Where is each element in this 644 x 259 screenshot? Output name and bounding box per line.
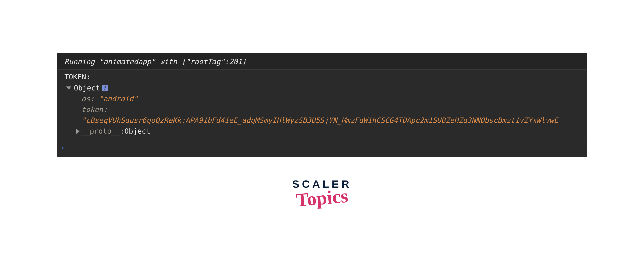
disclosure-right-icon[interactable] xyxy=(76,129,80,134)
object-header[interactable]: Object i xyxy=(64,83,580,93)
proto-value: Object xyxy=(124,126,150,137)
logo-line-2: Topics xyxy=(295,185,349,211)
scaler-topics-logo: SCALER Topics xyxy=(292,178,352,209)
prop-key: os: xyxy=(82,95,99,103)
prop-value: "android" xyxy=(99,95,138,103)
prompt-caret-icon: › xyxy=(60,144,65,151)
console-prompt-row[interactable]: › xyxy=(57,139,587,157)
object-label: Object xyxy=(74,83,100,93)
console-log-line: Running "animatedapp" with {"rootTag":20… xyxy=(57,53,587,70)
disclosure-down-icon[interactable] xyxy=(66,86,71,90)
object-proto[interactable]: __proto__: Object xyxy=(64,126,580,137)
object-property-os: os: "android" xyxy=(64,93,580,104)
proto-key: __proto__: xyxy=(81,126,124,137)
prop-key: token: xyxy=(82,105,108,114)
console-object-block: TOKEN: Object i os: "android" token: "cB… xyxy=(57,70,587,139)
token-label: TOKEN: xyxy=(64,71,580,83)
prop-value: "cBseqVUhSqusr6goQzReKk:APA91bFd41eE_adq… xyxy=(82,116,558,124)
object-property-token: token: "cBseqVUhSqusr6goQzReKk:APA91bFd4… xyxy=(64,104,580,126)
running-text: Running "animatedapp" with {"rootTag":20… xyxy=(64,57,246,66)
devtools-console: Running "animatedapp" with {"rootTag":20… xyxy=(57,53,587,157)
info-icon[interactable]: i xyxy=(102,85,108,91)
